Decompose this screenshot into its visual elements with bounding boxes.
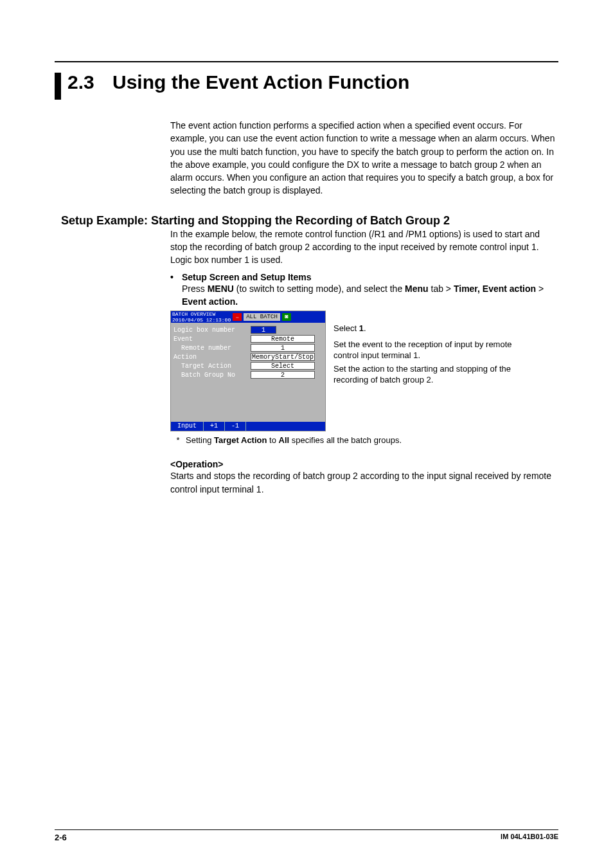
bullet-dot-icon: • bbox=[170, 272, 182, 282]
fn-p2: Target Action bbox=[214, 435, 267, 445]
label-batch: Batch Group No bbox=[173, 372, 251, 379]
doc-id: IM 04L41B01-03E bbox=[501, 833, 558, 842]
device-red-icon: ⎓ bbox=[233, 313, 242, 321]
bottom-minus: -1 bbox=[225, 422, 246, 431]
press-p5: tab > bbox=[429, 284, 454, 294]
fn-p4: All bbox=[279, 435, 290, 445]
field-target: Select bbox=[251, 362, 315, 370]
bottom-plus: +1 bbox=[204, 422, 225, 431]
field-action: MemoryStart/Stop bbox=[251, 353, 315, 361]
row-target: Target Action Select bbox=[173, 361, 323, 370]
device-screenshot: BATCH OVERVIEW 2010/04/05 12:13:00 ⎓ ALL… bbox=[170, 311, 326, 431]
press-p7: > bbox=[536, 284, 544, 294]
row-event: Event Remote bbox=[173, 334, 323, 343]
operation-heading: <Operation> bbox=[170, 459, 558, 469]
setup-intro-text: In the example below, the remote control… bbox=[170, 228, 558, 267]
label-event: Event bbox=[173, 336, 251, 343]
page-footer: 2-6 IM 04L41B01-03E bbox=[55, 829, 558, 842]
device-green-icon: ◙ bbox=[282, 313, 291, 321]
callout-1b: 1 bbox=[359, 323, 364, 333]
callout-1a: Select bbox=[333, 323, 359, 333]
field-remote: 1 bbox=[251, 344, 315, 352]
operation-text: Starts and stops the recording of batch … bbox=[170, 469, 558, 496]
row-logic: Logic box number 1 bbox=[173, 325, 323, 334]
label-action: Action bbox=[173, 354, 251, 361]
section-number: 2.3 bbox=[67, 71, 112, 93]
fn-p5: specifies all the batch groups. bbox=[289, 435, 402, 445]
bottom-input: Input bbox=[171, 422, 204, 431]
device-titlebar: BATCH OVERVIEW 2010/04/05 12:13:00 ⎓ ALL… bbox=[171, 311, 325, 323]
device-figure: BATCH OVERVIEW 2010/04/05 12:13:00 ⎓ ALL… bbox=[170, 311, 558, 431]
footnote-asterisk: * bbox=[170, 435, 186, 445]
heading-marker bbox=[55, 73, 61, 100]
press-p4: Menu bbox=[405, 284, 429, 294]
device-title: BATCH OVERVIEW bbox=[172, 311, 231, 317]
device-datetime: 2010/04/05 12:13:00 bbox=[172, 317, 231, 323]
footnote: * Setting Target Action to All specifies… bbox=[170, 435, 558, 445]
row-action: Action MemoryStart/Stop bbox=[173, 352, 323, 361]
label-logic: Logic box number bbox=[173, 327, 251, 334]
device-bottom-bar: Input +1 -1 bbox=[171, 422, 325, 431]
field-logic: 1 bbox=[251, 326, 276, 334]
device-body: Logic box number 1 Event Remote Remote n… bbox=[171, 323, 325, 422]
row-remote: Remote number 1 bbox=[173, 343, 323, 352]
label-remote: Remote number bbox=[173, 345, 251, 352]
section-top-rule bbox=[55, 61, 558, 62]
callout-1c: . bbox=[364, 323, 366, 333]
callout-2: Set the event to the reception of input … bbox=[333, 339, 513, 361]
label-target: Target Action bbox=[173, 363, 251, 370]
device-all-batch: ALL BATCH bbox=[244, 313, 280, 321]
callout-1: Select 1. bbox=[333, 323, 520, 334]
setup-bullet-title: Setup Screen and Setup Items bbox=[182, 272, 312, 282]
device-title-block: BATCH OVERVIEW 2010/04/05 12:13:00 bbox=[172, 311, 231, 323]
section-title: Using the Event Action Function bbox=[112, 71, 409, 93]
setup-bullet: • Setup Screen and Setup Items bbox=[170, 272, 558, 282]
press-p6: Timer, Event action bbox=[454, 284, 536, 294]
setup-example-heading: Setup Example: Starting and Stopping the… bbox=[61, 214, 558, 228]
callout-3: Set the action to the starting and stopp… bbox=[333, 364, 520, 386]
intro-paragraph: The event action function performs a spe… bbox=[170, 119, 558, 197]
press-p2: MENU bbox=[208, 284, 234, 294]
press-p8: Event action. bbox=[182, 296, 238, 307]
press-p3: (to switch to setting mode), and select … bbox=[234, 284, 405, 294]
fn-p3: to bbox=[267, 435, 278, 445]
row-batch: Batch Group No 2 bbox=[173, 370, 323, 379]
field-batch: 2 bbox=[251, 371, 315, 379]
press-p1: Press bbox=[182, 284, 208, 294]
press-menu-line: Press MENU (to switch to setting mode), … bbox=[182, 282, 558, 309]
footnote-text: Setting Target Action to All specifies a… bbox=[186, 435, 402, 445]
fn-p1: Setting bbox=[186, 435, 214, 445]
intro-text: The event action function performs a spe… bbox=[170, 119, 558, 197]
callout-column: Select 1. Set the event to the reception… bbox=[333, 311, 520, 431]
page-number: 2-6 bbox=[55, 833, 67, 842]
section-heading: 2.3 Using the Event Action Function bbox=[55, 71, 558, 100]
field-event: Remote bbox=[251, 335, 315, 343]
